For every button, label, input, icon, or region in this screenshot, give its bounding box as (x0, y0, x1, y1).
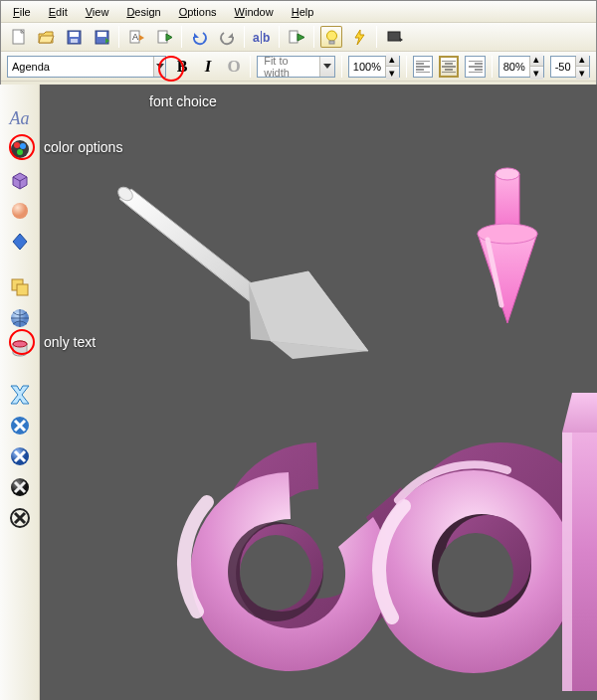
svg-text:A: A (132, 32, 138, 42)
cube-icon (9, 169, 31, 191)
playall-button[interactable] (286, 26, 307, 48)
cylinder-icon (9, 338, 31, 360)
run-button[interactable] (153, 26, 175, 48)
light-toggle[interactable] (320, 26, 342, 48)
menu-file[interactable]: FFileile (5, 4, 39, 20)
export-button[interactable] (91, 26, 112, 48)
svg-text:b: b (263, 31, 270, 45)
workspace: Aa (0, 85, 597, 700)
sphere-button[interactable] (6, 197, 34, 225)
undo-button[interactable] (188, 26, 210, 48)
bevel-button[interactable] (6, 166, 34, 194)
svg-rect-22 (17, 284, 28, 295)
x-circle-button[interactable] (6, 412, 34, 439)
sidebar: Aa (0, 85, 40, 700)
chevron-down-icon (156, 64, 164, 70)
toolbar-font: B I O Fit to width 100% ▴▾ 80% ▴▾ -50 ▴▾ (1, 52, 596, 82)
menu-view[interactable]: ViewView (78, 4, 117, 20)
fit-combo[interactable]: Fit to width (257, 56, 335, 78)
addtext-button[interactable]: A (125, 26, 147, 48)
svg-point-17 (14, 142, 20, 148)
canvas[interactable] (40, 85, 597, 700)
redo-button[interactable] (216, 26, 238, 48)
svg-point-32 (240, 535, 311, 611)
x-sphere-icon (9, 445, 31, 467)
globe-icon (9, 307, 31, 329)
x-ring-icon (9, 507, 31, 529)
letter-next (562, 393, 597, 691)
svg-point-41 (496, 168, 519, 180)
svg-rect-39 (562, 433, 572, 691)
align-left-icon (416, 61, 430, 73)
font-combo[interactable] (7, 56, 166, 78)
union-icon (9, 276, 31, 298)
cylinder-button[interactable] (6, 335, 34, 363)
menu-options[interactable]: OptionsOptions (171, 4, 225, 20)
menu-edit[interactable]: EditEdit (41, 4, 76, 20)
x-sphere-button[interactable] (6, 442, 34, 470)
italic-button[interactable]: I (198, 56, 218, 78)
outline-button[interactable]: O (224, 56, 244, 78)
svg-rect-15 (388, 32, 400, 41)
menu-help[interactable]: HelpHelp (284, 4, 322, 20)
align-left-button[interactable] (413, 56, 433, 78)
svg-rect-5 (98, 32, 106, 37)
bold-button[interactable]: B (172, 56, 192, 78)
zoom-secondary-spinner-buttons[interactable]: ▴▾ (529, 57, 543, 77)
svg-point-13 (326, 31, 336, 41)
zoom-primary-spinner-buttons[interactable]: ▴▾ (385, 57, 399, 77)
svg-point-20 (12, 203, 28, 219)
zoom-primary-spinner[interactable]: 100% ▴▾ (348, 56, 400, 78)
zoom-secondary-value: 80% (499, 61, 529, 73)
menu-window[interactable]: WindowWindow (227, 4, 282, 20)
align-center-button[interactable] (439, 56, 459, 78)
svg-point-25 (13, 341, 27, 347)
menubar: FFileile EditEdit ViewView DesignDesign … (1, 1, 596, 23)
sidebar-title: Aa (10, 104, 30, 132)
x-ring-button[interactable] (6, 504, 34, 532)
kerning-spinner[interactable]: -50 ▴▾ (550, 56, 590, 78)
fit-dropdown-button[interactable] (319, 57, 334, 77)
svg-rect-12 (290, 31, 298, 43)
kerning-value: -50 (551, 61, 575, 73)
open-button[interactable] (35, 26, 57, 48)
x-outline-icon (8, 383, 32, 407)
svg-point-18 (20, 143, 26, 149)
align-right-button[interactable] (465, 56, 485, 78)
fit-label: Fit to width (258, 55, 319, 79)
new-button[interactable] (7, 26, 29, 48)
toolbar-main: A ab (1, 23, 596, 52)
font-dropdown-button[interactable] (153, 57, 165, 77)
align-center-icon (442, 61, 456, 73)
align-right-icon (469, 61, 483, 73)
svg-point-19 (17, 149, 23, 155)
svg-rect-3 (71, 39, 78, 43)
kerning-spinner-buttons[interactable]: ▴▾ (575, 57, 589, 77)
only-text-button[interactable] (6, 381, 34, 409)
palette-icon (9, 138, 31, 160)
globe-button[interactable] (6, 304, 34, 332)
viewmode-button[interactable] (383, 26, 405, 48)
svg-text:a: a (253, 31, 260, 45)
zoom-primary-value: 100% (349, 61, 385, 73)
svg-rect-10 (261, 31, 262, 44)
x-dark-button[interactable] (6, 473, 34, 501)
pink-arrow (478, 168, 537, 323)
sphere-icon (9, 200, 31, 222)
lightning-button[interactable] (348, 26, 370, 48)
color-options-button[interactable] (6, 135, 34, 163)
x-circle-icon (9, 415, 31, 437)
menu-design[interactable]: DesignDesign (118, 4, 168, 20)
svg-point-37 (438, 533, 513, 612)
white-arrow (115, 184, 368, 359)
diamond-button[interactable] (6, 228, 34, 256)
selecttext-button[interactable]: ab (251, 26, 273, 48)
svg-rect-14 (329, 41, 334, 44)
font-input[interactable] (8, 57, 153, 77)
diamond-icon (9, 231, 31, 253)
union-button[interactable] (6, 273, 34, 301)
zoom-secondary-spinner[interactable]: 80% ▴▾ (498, 56, 544, 78)
svg-rect-2 (70, 32, 79, 37)
save-button[interactable] (63, 26, 85, 48)
x-dark-sphere-icon (9, 476, 31, 498)
